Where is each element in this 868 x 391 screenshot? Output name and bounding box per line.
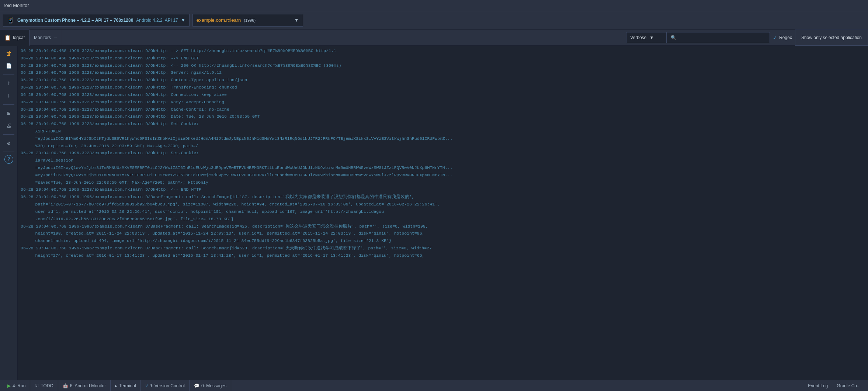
- log-line: =eyJpdiiI6IkxyQ1wvYmJjbm81TmRMNUUzMXVESE…: [18, 172, 868, 179]
- log-line: 06-28 20:04:00.768 1996-3223/example.com…: [18, 149, 868, 157]
- monitors-label: Monitors: [34, 35, 51, 40]
- app-selector[interactable]: example.com.rxlearn (1996) ▼: [192, 14, 303, 27]
- show-selected-label: Show only selected application: [801, 35, 862, 40]
- logcat-label: logcat: [13, 35, 25, 40]
- log-line: 06-28 20:04:00.768 1996-3223/example.com…: [18, 98, 868, 106]
- scroll-down-button[interactable]: ↓: [2, 90, 15, 101]
- gradle-console-label: Gradle Co...: [837, 383, 861, 388]
- verbose-dropdown-arrow: ▼: [649, 35, 654, 40]
- verbose-dropdown[interactable]: Verbose ▼: [626, 32, 667, 43]
- app-label: example.com.rxlearn: [197, 17, 241, 23]
- log-line: height=198, created_at='2015-11-24 22:03…: [18, 230, 868, 237]
- regex-label: Regex: [779, 35, 792, 40]
- log-line: laravel_session: [18, 157, 868, 164]
- status-bar: ▶ 4: Run ☑ TODO 🤖 6: Android Monitor ▸ T…: [0, 380, 868, 391]
- show-selected-button[interactable]: Show only selected application: [795, 30, 868, 46]
- main-area: 🗑 📄 ↑ ↓ ⊞ 🖨 ⚙ ? 06-28 20:04:00.468 1996-…: [0, 46, 868, 380]
- trash-icon: 🗑: [6, 50, 12, 57]
- log-line: 06-28 20:04:00.768 1996-3223/example.com…: [18, 62, 868, 69]
- search-box[interactable]: 🔍: [667, 32, 770, 43]
- device-selector[interactable]: 📱 Genymotion Custom Phone – 4.2.2 – API …: [3, 14, 190, 27]
- log-line: 06-28 20:04:00.768 1996-1996/example.com…: [18, 245, 868, 252]
- left-sidebar: 🗑 📄 ↑ ↓ ⊞ 🖨 ⚙ ?: [0, 46, 18, 380]
- tab-logcat[interactable]: 📋 logcat: [0, 30, 29, 46]
- log-line: 06-28 20:04:00.768 1996-1996/example.com…: [18, 193, 868, 201]
- event-log-label: Event Log: [808, 383, 828, 388]
- version-control-label: 9: Version Control: [150, 383, 185, 388]
- log-line: XSRF-TOKEN: [18, 128, 868, 135]
- messages-icon: 💬: [194, 383, 199, 388]
- log-line: 06-28 20:04:00.768 1996-3223/example.com…: [18, 106, 868, 113]
- app-count: (1996): [244, 18, 256, 23]
- android-monitor-label: 6: Android Monitor: [70, 383, 106, 388]
- todo-status-item[interactable]: ☑ TODO: [30, 380, 58, 391]
- verbose-label: Verbose: [630, 35, 646, 40]
- monitors-arrow-icon: →: [53, 35, 58, 40]
- print-button[interactable]: 🖨: [2, 120, 15, 131]
- log-line: =eyJpdiiI6InBIYm9HYUJSbCtKTjdLSE9VR1hyWn…: [18, 135, 868, 142]
- filter-button[interactable]: ⊞: [2, 108, 15, 119]
- messages-label: 0: Messages: [201, 383, 226, 388]
- scroll-button[interactable]: 📄: [2, 60, 15, 72]
- log-line: user_id=1, permitted_at='2016-02-26 22:2…: [18, 208, 868, 215]
- up-arrow-icon: ↑: [7, 80, 11, 87]
- run-icon: ▶: [7, 383, 11, 388]
- sidebar-divider-3: [3, 134, 14, 135]
- log-line: 06-28 20:04:00.468 1996-3223/example.com…: [18, 47, 868, 55]
- event-log-button[interactable]: Event Log: [803, 380, 832, 391]
- print-icon: 🖨: [6, 123, 11, 129]
- clear-logcat-button[interactable]: 🗑: [2, 48, 15, 59]
- sidebar-divider-1: [3, 75, 14, 75]
- log-line: channel=admin, upload_id=494, image_url=…: [18, 237, 868, 245]
- terminal-status-item[interactable]: ▸ Terminal: [111, 380, 140, 391]
- sidebar-divider-2: [3, 104, 14, 105]
- run-label: 4: Run: [13, 383, 25, 388]
- phone-icon: 📱: [7, 17, 14, 24]
- help-icon: ?: [7, 157, 10, 162]
- help-button[interactable]: ?: [4, 155, 13, 164]
- log-line: =eyJpdiiI6IkxyQ1wvYmJjbm81TmRMNUUzMXVESE…: [18, 164, 868, 172]
- log-line: 06-28 20:04:00.768 1996-3223/example.com…: [18, 120, 868, 128]
- log-line: height=274, created_at='2016-01-17 13:41…: [18, 252, 868, 259]
- log-line: =saved=Tue, 28-Jun-2016 22:03:59 GMT; Ma…: [18, 179, 868, 186]
- status-right: Event Log Gradle Co...: [803, 380, 865, 391]
- app-dropdown-arrow[interactable]: ▼: [294, 17, 299, 23]
- device-sub-label: Android 4.2.2, API 17: [136, 18, 178, 23]
- log-line: 06-28 20:04:00.768 1996-3223/example.com…: [18, 69, 868, 76]
- android-icon: 🤖: [63, 383, 68, 388]
- title-bar: roid Monitor: [0, 0, 868, 11]
- todo-icon: ☑: [35, 383, 39, 388]
- tab-monitors[interactable]: Monitors →: [29, 30, 62, 46]
- log-line: 06-28 20:04:00.768 1996-3223/example.com…: [18, 91, 868, 98]
- messages-status-item[interactable]: 💬 0: Messages: [190, 380, 231, 391]
- terminal-label: Terminal: [119, 383, 136, 388]
- device-dropdown-arrow[interactable]: ▼: [181, 18, 185, 23]
- logcat-icon: 📋: [4, 35, 11, 41]
- regex-checkbox[interactable]: ✓ Regex: [770, 35, 795, 41]
- log-line: 06-28 20:04:00.468 1996-3223/example.com…: [18, 55, 868, 62]
- scroll-icon: 📄: [6, 63, 12, 69]
- terminal-icon: ▸: [115, 383, 117, 388]
- search-icon: 🔍: [671, 35, 676, 40]
- log-line: 06-28 20:04:00.768 1996-3223/example.com…: [18, 113, 868, 120]
- android-monitor-status-item[interactable]: 🤖 6: Android Monitor: [58, 380, 111, 391]
- log-line: path='i/2015-07-16-77b07ee973ffd5ab39015…: [18, 201, 868, 208]
- gradle-console-button[interactable]: Gradle Co...: [832, 380, 865, 391]
- down-arrow-icon: ↓: [7, 93, 11, 99]
- settings-button[interactable]: ⚙: [2, 138, 15, 149]
- title-bar-text: roid Monitor: [4, 3, 29, 8]
- scroll-up-button[interactable]: ↑: [2, 78, 15, 89]
- log-line: %3D; expires=Tue, 28-Jun-2016 22:03:59 G…: [18, 142, 868, 150]
- log-line: 06-28 20:04:00.768 1996-3223/example.com…: [18, 76, 868, 84]
- gear-icon: ⚙: [7, 140, 10, 146]
- run-status-item[interactable]: ▶ 4: Run: [3, 380, 30, 391]
- log-line: .com/i/2016-02-26-b56183130c20ca2f8b6ec9…: [18, 215, 868, 223]
- filter-icon: ⊞: [7, 110, 10, 117]
- version-control-icon: ⑂: [145, 383, 148, 388]
- version-control-status-item[interactable]: ⑂ 9: Version Control: [141, 380, 190, 391]
- log-area[interactable]: 06-28 20:04:00.468 1996-3223/example.com…: [18, 46, 868, 380]
- log-line: 06-28 20:04:00.768 1996-3223/example.com…: [18, 84, 868, 91]
- log-line: 06-28 20:04:00.768 1996-3223/example.com…: [18, 186, 868, 193]
- device-label: Genymotion Custom Phone – 4.2.2 – API 17…: [17, 18, 133, 23]
- search-input[interactable]: [678, 35, 766, 40]
